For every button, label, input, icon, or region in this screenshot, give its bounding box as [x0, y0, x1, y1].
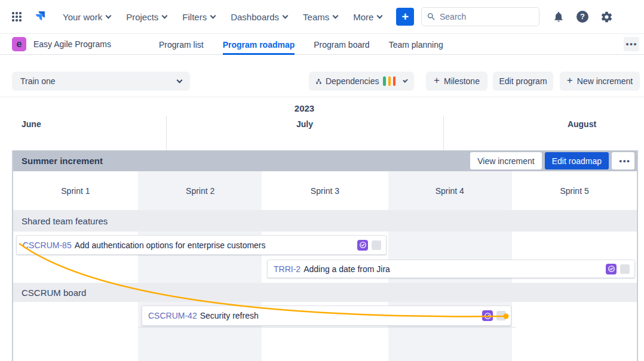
sprint-4-column-header: Sprint 4 — [387, 171, 512, 210]
sprint-header-row: Sprint 1 Sprint 2 Sprint 3 Sprint 4 Spri… — [13, 171, 637, 210]
search-input[interactable] — [440, 12, 529, 21]
status-placeholder-box — [372, 240, 381, 250]
app-switcher-icon[interactable] — [12, 12, 22, 21]
dependency-status-pill-amber — [388, 76, 391, 86]
chevron-down-icon — [403, 78, 407, 82]
search-icon — [427, 12, 436, 21]
nav-item-filters[interactable]: Filters — [182, 12, 215, 22]
search-box[interactable] — [421, 7, 539, 26]
chevron-down-icon — [106, 13, 112, 18]
issue-key-link[interactable]: CSCRUM-42 — [148, 311, 197, 320]
chevron-down-icon — [283, 13, 289, 18]
timeline-month-august: August — [443, 119, 644, 129]
dependency-status-pill-green — [383, 76, 385, 86]
nav-icon-cluster: ? — [553, 11, 613, 23]
chevron-down-icon — [377, 13, 383, 18]
tab-program-list[interactable]: Program list — [159, 34, 204, 55]
app-bar: e Easy Agile Programs Program list Progr… — [0, 33, 644, 55]
issue-card-cscrum-85[interactable]: CSCRUM-85 Add authentication options for… — [16, 235, 387, 255]
month-divider — [443, 116, 444, 150]
section-cscrum-board: CSCRUM board — [13, 283, 637, 302]
timeline-year: 2023 — [0, 103, 609, 113]
status-placeholder-box — [620, 264, 630, 274]
app-tabs: Program list Program roadmap Program boa… — [159, 34, 443, 55]
issue-card-cscrum-42[interactable]: CSCRUM-42 Security refresh — [142, 306, 511, 326]
help-icon[interactable]: ? — [576, 11, 588, 23]
add-milestone-button[interactable]: + Milestone — [426, 72, 487, 91]
chevron-down-icon — [333, 13, 339, 18]
train-selector[interactable]: Train one — [12, 72, 190, 91]
chevron-down-icon — [162, 13, 168, 18]
timeline-month-july: July — [166, 119, 443, 129]
issue-key-link[interactable]: CSCRUM-85 — [23, 240, 72, 250]
tab-program-board[interactable]: Program board — [314, 34, 369, 55]
notifications-icon[interactable] — [553, 11, 565, 23]
issue-summary: Adding a date from Jira — [303, 264, 390, 274]
dependency-status-pill-red — [393, 76, 395, 86]
chevron-down-icon — [177, 77, 183, 83]
hierarchy-icon — [316, 77, 321, 86]
app-bar-overflow-button[interactable]: ●●● — [624, 37, 639, 51]
nav-item-teams[interactable]: Teams — [303, 12, 338, 22]
section-shared-team-features: Shared team features — [13, 210, 637, 232]
issue-summary: Security refresh — [200, 311, 259, 320]
issue-type-icon — [357, 240, 368, 251]
chevron-down-icon — [210, 13, 216, 18]
plus-icon: + — [434, 75, 440, 87]
timeline-month-june: June — [22, 119, 41, 129]
edit-program-button[interactable]: Edit program — [493, 72, 553, 91]
easy-agile-logo-icon: e — [12, 37, 26, 51]
edit-roadmap-button[interactable]: Edit roadmap — [545, 152, 609, 169]
sprint-2-column-header: Sprint 2 — [138, 171, 263, 210]
tab-team-planning[interactable]: Team planning — [389, 34, 443, 55]
increment-actions: View increment Edit roadmap ●●● — [470, 152, 634, 169]
increment-title: Summer increment — [22, 156, 103, 166]
jira-logo-icon[interactable] — [32, 9, 47, 24]
view-increment-button[interactable]: View increment — [470, 152, 541, 169]
lane-divider — [138, 327, 516, 328]
sprint-3-column-header: Sprint 3 — [263, 171, 388, 210]
nav-item-projects[interactable]: Projects — [126, 12, 167, 22]
issue-card-trri-2[interactable]: TRRI-2 Adding a date from Jira — [267, 260, 635, 278]
dependencies-button[interactable]: Dependencies — [309, 72, 414, 91]
roadmap-toolbar: Train one Dependencies + Milestone Edit … — [0, 55, 644, 97]
sprint-1-column-header: Sprint 1 — [13, 171, 138, 210]
timeline-header: 2023 June July August — [0, 97, 644, 150]
increment-header: Summer increment View increment Edit roa… — [13, 150, 637, 171]
tab-program-roadmap[interactable]: Program roadmap — [223, 34, 295, 55]
nav-item-your-work[interactable]: Your work — [63, 12, 111, 22]
app-name: Easy Agile Programs — [33, 34, 111, 54]
month-divider — [166, 116, 167, 150]
settings-gear-icon[interactable] — [600, 11, 613, 23]
issue-type-icon — [606, 264, 617, 274]
new-increment-button[interactable]: + New increment — [560, 72, 640, 91]
create-button[interactable]: + — [396, 8, 414, 26]
issue-key-link[interactable]: TRRI-2 — [274, 264, 300, 274]
summer-increment-board: Summer increment View increment Edit roa… — [12, 150, 638, 361]
nav-item-more[interactable]: More — [353, 12, 382, 22]
top-navigation: Your work Projects Filters Dashboards Te… — [0, 0, 644, 33]
plus-icon: + — [567, 75, 573, 87]
increment-overflow-button[interactable]: ●●● — [612, 152, 634, 169]
status-placeholder-box — [496, 311, 506, 320]
sprint-5-column-header: Sprint 5 — [512, 171, 637, 210]
issue-summary: Add authentication options for enterpris… — [75, 240, 266, 250]
issue-type-icon — [482, 310, 493, 321]
nav-item-dashboards[interactable]: Dashboards — [231, 12, 287, 22]
